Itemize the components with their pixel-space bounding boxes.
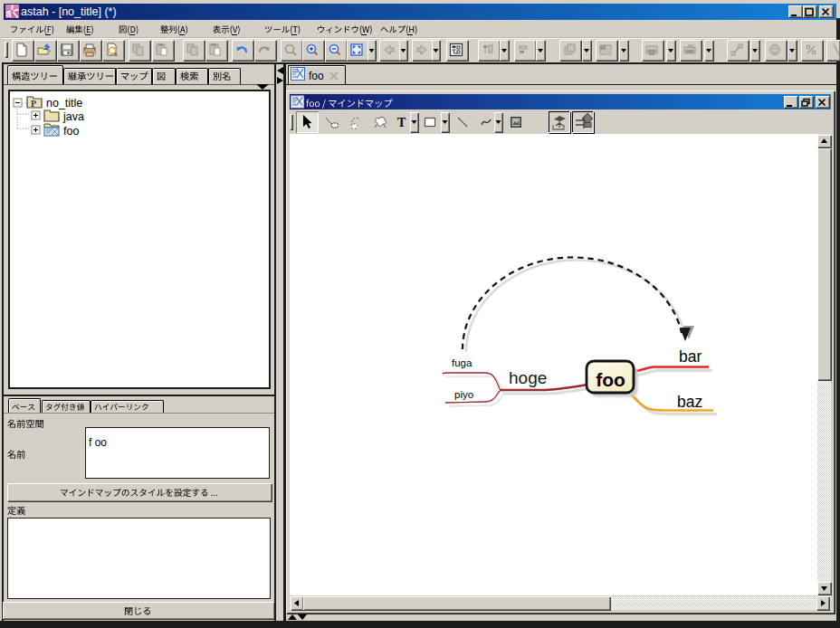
svg-text:no_title: no_title (46, 97, 82, 109)
svg-text:baz: baz (677, 393, 702, 411)
svg-text:foo: foo (596, 369, 625, 390)
svg-text:java: java (62, 110, 84, 123)
svg-text:fuga: fuga (452, 357, 472, 368)
svg-text:foo: foo (63, 125, 79, 138)
svg-text:hoge: hoge (509, 368, 547, 387)
svg-text:P: P (31, 99, 36, 109)
svg-text:piyo: piyo (454, 389, 473, 400)
svg-text:T: T (397, 116, 406, 129)
svg-text:bar: bar (679, 347, 702, 366)
svg-text:55: 55 (688, 43, 694, 49)
svg-text:a: a (6, 8, 13, 19)
